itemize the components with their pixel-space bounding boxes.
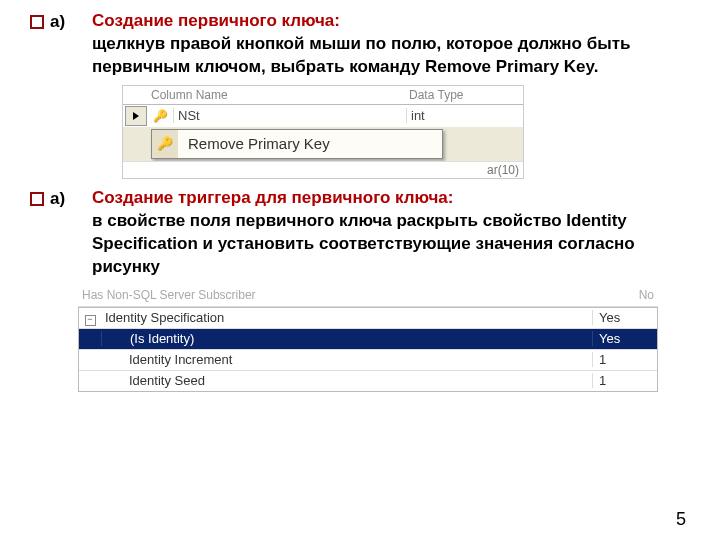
square-bullet-icon xyxy=(30,15,44,29)
faded-label: Has Non-SQL Server Subscriber xyxy=(82,288,256,302)
column-name-cell[interactable]: NSt xyxy=(173,108,406,123)
faded-value: No xyxy=(639,288,654,302)
prop-value[interactable]: 1 xyxy=(592,352,657,367)
header-data-type: Data Type xyxy=(409,88,519,102)
figure-1: Column Name Data Type 🔑 NSt int 🔑 Remove… xyxy=(122,85,690,179)
prop-label: Identity Seed xyxy=(101,373,592,388)
menu-item-remove-pk[interactable]: Remove Primary Key xyxy=(178,130,340,157)
section-marker-1: a) xyxy=(50,12,65,32)
section-heading-1: Создание первичного ключа: xyxy=(92,11,340,30)
bullet-2: a) xyxy=(30,187,92,209)
row-selector[interactable] xyxy=(125,106,147,126)
table-designer: Column Name Data Type 🔑 NSt int 🔑 Remove… xyxy=(122,85,524,179)
minus-icon: − xyxy=(85,315,96,326)
section-marker-2: a) xyxy=(50,189,65,209)
context-menu: 🔑 Remove Primary Key xyxy=(151,129,443,159)
section-body-2: в свойстве поля первичного ключа раскрыт… xyxy=(92,211,635,276)
expand-toggle[interactable]: − xyxy=(79,310,101,326)
properties-faded-row: Has Non-SQL Server Subscriber No xyxy=(78,287,658,307)
prop-label: (Is Identity) xyxy=(101,331,592,346)
figure-2: Has Non-SQL Server Subscriber No − Ident… xyxy=(78,287,658,392)
table-row[interactable]: 🔑 NSt int xyxy=(123,105,523,127)
prop-label: Identity Increment xyxy=(101,352,592,367)
designer-header: Column Name Data Type xyxy=(123,86,523,105)
prop-row-identity-spec[interactable]: − Identity Specification Yes xyxy=(79,308,657,329)
page-number: 5 xyxy=(676,509,686,530)
prop-value[interactable]: Yes xyxy=(592,331,657,346)
properties-grid: − Identity Specification Yes (Is Identit… xyxy=(78,307,658,392)
header-column-name: Column Name xyxy=(127,88,409,102)
prop-row-is-identity[interactable]: (Is Identity) Yes xyxy=(79,329,657,350)
section-heading-2: Создание триггера для первичного ключа: xyxy=(92,188,453,207)
key-icon: 🔑 xyxy=(157,136,173,151)
menu-icon-strip: 🔑 xyxy=(152,130,178,158)
prop-row-identity-seed[interactable]: Identity Seed 1 xyxy=(79,371,657,391)
prop-label: Identity Specification xyxy=(101,310,592,325)
prop-row-identity-increment[interactable]: Identity Increment 1 xyxy=(79,350,657,371)
bullet-1: a) xyxy=(30,10,92,32)
prop-value[interactable]: Yes xyxy=(592,310,657,325)
partial-row-tail: ar(10) xyxy=(123,161,523,178)
data-type-cell[interactable]: int xyxy=(406,108,521,123)
square-bullet-icon xyxy=(30,192,44,206)
tail-text: ar(10) xyxy=(487,163,519,177)
section-text-2: Создание триггера для первичного ключа: … xyxy=(92,187,690,279)
section-body-1: щелкнув правой кнопкой мыши по полю, кот… xyxy=(92,34,630,76)
section-1: a) Создание первичного ключа: щелкнув пр… xyxy=(30,10,690,79)
prop-value[interactable]: 1 xyxy=(592,373,657,388)
triangle-right-icon xyxy=(133,112,139,120)
section-2: a) Создание триггера для первичного ключ… xyxy=(30,187,690,279)
primary-key-icon: 🔑 xyxy=(151,109,169,123)
section-text-1: Создание первичного ключа: щелкнув право… xyxy=(92,10,690,79)
